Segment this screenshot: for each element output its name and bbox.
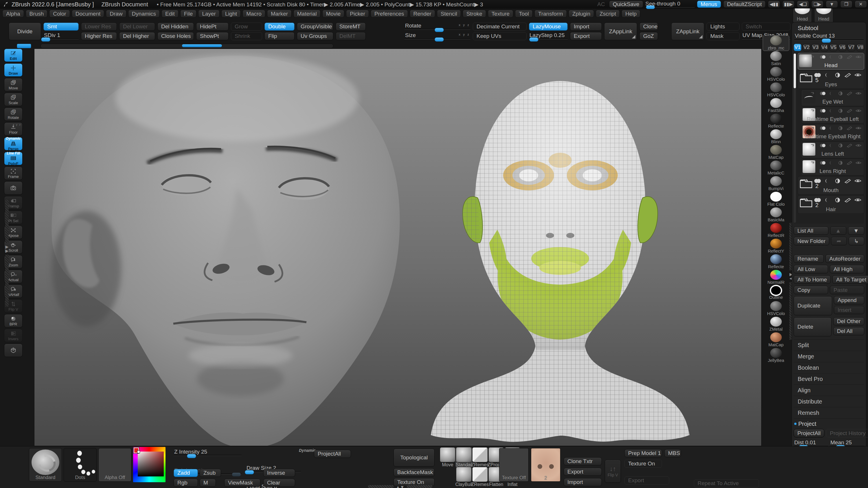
move-up-button[interactable]: ▲ — [830, 227, 846, 235]
smt-button[interactable]: Smt — [43, 23, 79, 31]
paste-button[interactable]: Paste — [830, 286, 864, 294]
viewmask-button[interactable]: ViewMask — [224, 479, 260, 487]
subtool-toggles[interactable] — [804, 197, 862, 203]
quick-brush[interactable]: ClayBuil — [456, 467, 472, 487]
export-button[interactable]: Export — [570, 32, 602, 40]
left-scroll-strip[interactable]: ▶▶ — [5, 200, 9, 315]
material-thumb[interactable]: MetalicC — [763, 160, 789, 176]
left-tool-button[interactable]: Draw — [4, 63, 23, 77]
export-disabled-button[interactable]: Export — [624, 477, 669, 485]
section-row[interactable]: Split — [794, 339, 864, 351]
menu-item[interactable]: Help — [621, 10, 640, 18]
default-zscript-button[interactable]: DefaultZScript — [723, 1, 766, 8]
visibility-tab[interactable]: V5 — [830, 44, 837, 51]
left-tool-button[interactable]: Line Fill PolyF — [4, 152, 23, 165]
material-thumb[interactable]: Reflecte — [763, 113, 789, 129]
zapplink2-button[interactable]: ZAppLink — [671, 23, 704, 40]
material-thumb[interactable]: zbro_mc — [763, 35, 789, 51]
menu-item[interactable]: Macro — [243, 10, 265, 18]
projectall-button-bottom[interactable]: ProjectAll — [314, 450, 351, 458]
visibility-tab[interactable]: V2 — [803, 44, 810, 51]
tool-thumbnail[interactable]: Head — [793, 8, 812, 23]
subtool-row[interactable]: Realtime Eyeball Right — [801, 124, 864, 141]
autoreorder-button[interactable]: AutoReorder — [826, 255, 864, 263]
subtool-row[interactable]: 2 Mouth — [798, 176, 864, 195]
menu-item[interactable]: Layer — [198, 10, 220, 18]
divider-left-icon[interactable]: ◀▮▮ — [768, 1, 780, 8]
lower-res-button[interactable]: Lower Res — [81, 23, 117, 31]
showpt-button[interactable]: ShowPt — [196, 32, 228, 40]
lazystep-slider[interactable]: LazyStep 0.25 — [529, 32, 568, 40]
subtool-row[interactable]: Lens Left — [801, 141, 864, 158]
subtool-row[interactable]: Lens Right — [801, 159, 864, 175]
left-tool-button[interactable]: R Rotate — [4, 108, 23, 121]
subtool-row[interactable]: 5 Eyes — [798, 70, 864, 89]
section-row[interactable]: Boolean — [794, 362, 864, 373]
menu-item[interactable]: Zscript — [596, 10, 620, 18]
subtool-toggles[interactable] — [804, 178, 862, 184]
subtool-row[interactable]: Eye Wet — [801, 89, 864, 106]
subtool-row[interactable]: Realtime Eyeball Left — [801, 107, 864, 124]
grow-button[interactable]: Grow — [231, 23, 262, 31]
menu-item[interactable]: Light — [221, 10, 241, 18]
import-button[interactable]: Import — [570, 23, 602, 31]
panel-prev-icon[interactable]: ◀❏ — [797, 1, 809, 8]
all-to-target-button[interactable]: All To Target — [832, 275, 868, 284]
menu-item[interactable]: Edit — [161, 10, 179, 18]
material-thumb[interactable]: MatCap — [763, 144, 789, 160]
document-canvas[interactable] — [34, 48, 762, 446]
left-tool-button[interactable]: x y z Floor — [4, 122, 23, 136]
subtool-header[interactable]: Subtool — [794, 24, 864, 32]
higher-res-button[interactable]: Higher Res — [81, 32, 117, 40]
menu-item[interactable]: Draw — [106, 10, 126, 18]
visibility-tab[interactable]: V7 — [847, 44, 855, 51]
insert-button[interactable]: Insert — [834, 306, 864, 314]
menu-item[interactable]: Brush — [26, 10, 48, 18]
menu-item[interactable]: Marker — [267, 10, 292, 18]
material-thumb[interactable]: FastSha — [763, 98, 789, 113]
del-other-button[interactable]: Del Other — [833, 317, 864, 325]
material-thumb[interactable]: MatCap — [763, 332, 789, 348]
menu-item[interactable]: Render — [410, 10, 435, 18]
menu-item[interactable]: Alpha — [2, 10, 24, 18]
material-thumb[interactable]: HSVColo — [763, 301, 789, 317]
topological-button[interactable]: Topological — [394, 449, 435, 466]
left-tool-button[interactable] — [4, 344, 23, 357]
sv-square[interactable] — [138, 452, 164, 477]
prep-model-button[interactable]: Prep Model 1 — [624, 449, 662, 457]
close-holes-button[interactable]: Close Holes — [157, 32, 194, 40]
quick-brush[interactable]: Move — [440, 448, 456, 467]
left-tool-button[interactable]: Invers — [4, 329, 23, 342]
all-low-button[interactable]: All Low — [794, 265, 828, 273]
subtool-toggles[interactable] — [804, 72, 862, 78]
subtool-toggles[interactable] — [810, 108, 862, 113]
import-texture-button[interactable]: Import — [564, 478, 602, 486]
material-thumb[interactable]: BasicMa — [763, 207, 789, 223]
see-through-slider[interactable]: See-through 0 — [646, 1, 695, 8]
menu-item[interactable]: Zplugin — [568, 10, 594, 18]
menu-item[interactable]: Color — [49, 10, 70, 18]
storemt-button[interactable]: StoreMT — [336, 23, 366, 31]
menu-item[interactable]: Tool — [515, 10, 533, 18]
rgb-button[interactable]: Rgb — [174, 479, 198, 487]
subtool-toggles[interactable] — [810, 126, 862, 130]
all-to-home-button[interactable]: All To Home — [794, 275, 831, 284]
mask-button[interactable]: Mask — [707, 32, 740, 40]
duplicate-button[interactable]: Duplicate — [794, 296, 832, 315]
project-section-header[interactable]: Project — [794, 418, 864, 429]
switch-button[interactable]: Switch — [742, 23, 790, 31]
menu-item[interactable]: Dynamics — [128, 10, 160, 18]
subtool-row[interactable]: 2 Hair — [798, 195, 864, 214]
shelf-divider[interactable]: ▲▼ — [368, 485, 432, 488]
material-thumb[interactable]: HSVColo — [763, 67, 789, 82]
sdiv-slider[interactable]: SDiv 1 — [43, 32, 79, 40]
visibility-tab[interactable]: V4 — [820, 44, 828, 51]
keep-uvs-button[interactable]: Keep UVs — [473, 32, 527, 40]
menu-item[interactable]: Picker — [346, 10, 369, 18]
del-lower-button[interactable]: Del Lower — [119, 23, 155, 31]
restore-button[interactable]: ❐ — [840, 1, 852, 8]
clone-button[interactable]: Clone — [640, 23, 658, 31]
visibility-tab[interactable]: V6 — [838, 44, 846, 51]
menu-item[interactable]: Transform — [534, 10, 567, 18]
projectall-button[interactable]: ProjectAll — [794, 429, 824, 437]
